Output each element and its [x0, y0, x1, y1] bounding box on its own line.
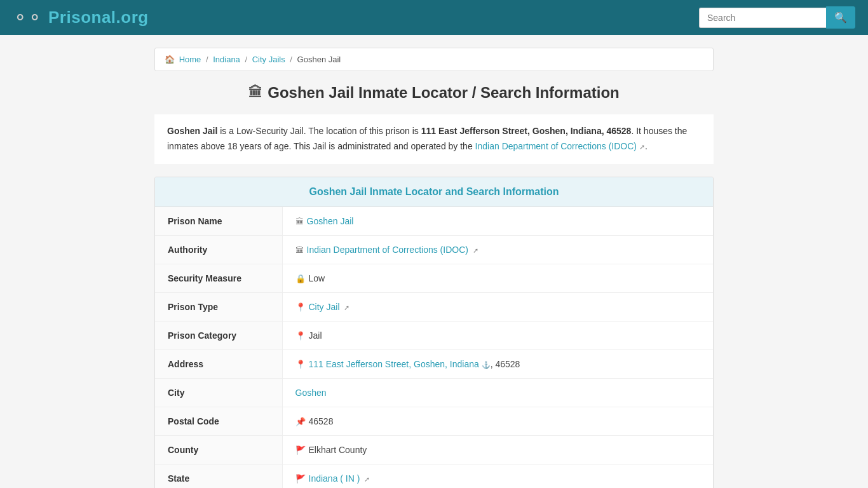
logo-text: Prisonal.org [48, 8, 149, 27]
breadcrumb: 🏠 Home / Indiana / City Jails / Goshen J… [154, 48, 714, 71]
header: ⚬⚬ Prisonal.org 🔍 [0, 0, 868, 35]
ext-icon: ⚓ [482, 361, 491, 369]
table-cell-value: 📌46528 [282, 407, 713, 435]
breadcrumb-sep1: / [206, 55, 208, 64]
table-cell-value: 🚩Elkhart County [282, 435, 713, 464]
logo-ext: .org [116, 8, 149, 27]
info-table-section: Goshen Jail Inmate Locator and Search In… [154, 177, 714, 488]
search-area: 🔍 [699, 6, 855, 29]
table-cell-label: State [155, 464, 282, 488]
cell-icon: 📍 [295, 302, 306, 312]
breadcrumb-sep2: / [245, 55, 247, 64]
breadcrumb-indiana[interactable]: Indiana [213, 55, 240, 64]
logo-area: ⚬⚬ Prisonal.org [13, 7, 149, 28]
jail-icon: 🏛 [248, 85, 262, 101]
cell-link[interactable]: Goshen Jail [307, 216, 354, 226]
cell-icon: 🚩 [295, 445, 306, 455]
table-cell-value: 🏛Indian Department of Corrections (IDOC)… [282, 235, 713, 264]
ext-link-icon: ➚ [344, 304, 349, 311]
page-title: 🏛 Goshen Jail Inmate Locator / Search In… [154, 84, 714, 102]
breadcrumb-home[interactable]: Home [179, 55, 201, 64]
desc-end: . [645, 141, 648, 151]
table-cell-label: County [155, 435, 282, 464]
search-button[interactable]: 🔍 [826, 6, 855, 29]
ext-link-icon: ➚ [473, 247, 478, 254]
table-row: Prison Type📍City Jail ➚ [155, 292, 713, 321]
table-cell-label: Prison Category [155, 321, 282, 349]
table-row: Address📍111 East Jefferson Street, Goshe… [155, 349, 713, 378]
breadcrumb-sep3: / [290, 55, 292, 64]
prison-name-bold: Goshen Jail [167, 126, 217, 136]
table-row: Postal Code📌46528 [155, 407, 713, 435]
logo-main: Prisonal [48, 8, 116, 27]
table-cell-value: 📍City Jail ➚ [282, 292, 713, 321]
indiana-link[interactable]: Indiana [450, 359, 479, 369]
cell-text: Elkhart County [309, 445, 367, 455]
table-row: County🚩Elkhart County [155, 435, 713, 464]
table-row: Prison Name🏛Goshen Jail [155, 207, 713, 236]
info-table: Prison Name🏛Goshen JailAuthority🏛Indian … [155, 207, 713, 488]
desc-part1: is a Low-Security Jail. The location of … [217, 126, 421, 136]
ext-icon: ➚ [639, 143, 645, 151]
logo-icon: ⚬⚬ [13, 7, 42, 28]
main-container: 🏠 Home / Indiana / City Jails / Goshen J… [148, 48, 720, 488]
breadcrumb-city-jails[interactable]: City Jails [252, 55, 285, 64]
table-row: State🚩Indiana ( IN ) ➚ [155, 464, 713, 488]
table-cell-label: Authority [155, 235, 282, 264]
table-cell-value: 🏛Goshen Jail [282, 207, 713, 236]
cell-text: 46528 [309, 416, 334, 426]
breadcrumb-current: Goshen Jail [297, 55, 341, 64]
search-input[interactable] [699, 8, 826, 28]
cell-icon: 📍 [295, 360, 306, 369]
table-cell-value: 🚩Indiana ( IN ) ➚ [282, 464, 713, 488]
address-bold: 111 East Jefferson Street, Goshen, India… [421, 126, 632, 136]
authority-link[interactable]: Indian Department of Corrections (IDOC) [475, 141, 637, 151]
table-cell-label: Postal Code [155, 407, 282, 435]
table-cell-label: City [155, 378, 282, 407]
table-row: Authority🏛Indian Department of Correctio… [155, 235, 713, 264]
table-cell-value: Goshen [282, 378, 713, 407]
table-cell-value: 📍Jail [282, 321, 713, 349]
ext-link-icon: ➚ [364, 475, 370, 483]
table-cell-label: Prison Name [155, 207, 282, 236]
cell-text: Jail [309, 330, 322, 341]
cell-link[interactable]: Goshen [295, 388, 327, 398]
table-cell-label: Security Measure [155, 264, 282, 292]
cell-icon: 🔒 [295, 274, 306, 283]
cell-icon: 🚩 [295, 474, 306, 484]
address-link[interactable]: 111 East Jefferson Street, Goshen, [309, 359, 450, 369]
cell-link[interactable]: Indiana ( IN ) [309, 473, 360, 484]
description-text: Goshen Jail is a Low-Security Jail. The … [167, 124, 701, 154]
description-block: Goshen Jail is a Low-Security Jail. The … [154, 114, 714, 164]
cell-icon: 📍 [295, 331, 306, 341]
cell-icon: 📌 [295, 417, 306, 426]
cell-link[interactable]: City Jail [309, 302, 340, 312]
table-cell-label: Address [155, 349, 282, 378]
table-row: CityGoshen [155, 378, 713, 407]
table-row: Security Measure🔒Low [155, 264, 713, 292]
table-row: Prison Category📍Jail [155, 321, 713, 349]
home-icon: 🏠 [165, 55, 175, 64]
table-cell-value: 📍111 East Jefferson Street, Goshen, Indi… [282, 349, 713, 378]
table-cell-value: 🔒Low [282, 264, 713, 292]
cell-icon: 🏛 [295, 245, 304, 255]
cell-icon: 🏛 [295, 217, 304, 226]
cell-text: Low [309, 273, 325, 283]
table-cell-label: Prison Type [155, 292, 282, 321]
cell-link[interactable]: Indian Department of Corrections (IDOC) [307, 245, 468, 255]
table-section-title: Goshen Jail Inmate Locator and Search In… [155, 177, 713, 207]
